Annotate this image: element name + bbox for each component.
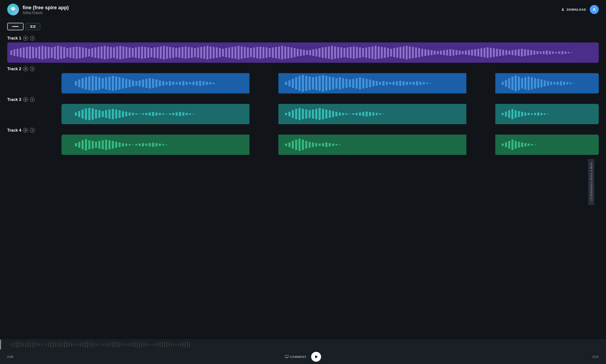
svg-rect-59 bbox=[188, 47, 189, 58]
svg-rect-357 bbox=[383, 114, 385, 114]
svg-rect-373 bbox=[75, 143, 77, 146]
track-2-solo-button[interactable]: S bbox=[30, 66, 35, 71]
play-button[interactable] bbox=[311, 352, 321, 362]
svg-rect-217 bbox=[189, 82, 191, 84]
svg-rect-229 bbox=[298, 76, 300, 91]
svg-rect-65 bbox=[206, 46, 208, 59]
svg-rect-254 bbox=[383, 81, 385, 86]
svg-marker-510 bbox=[315, 355, 318, 358]
svg-rect-397 bbox=[155, 143, 158, 146]
track-3-waveform-seg3[interactable] bbox=[495, 104, 599, 124]
svg-rect-285 bbox=[553, 82, 556, 84]
svg-rect-289 bbox=[566, 82, 568, 84]
svg-rect-485 bbox=[137, 341, 138, 348]
svg-rect-484 bbox=[135, 342, 135, 347]
svg-rect-162 bbox=[508, 51, 510, 55]
svg-rect-165 bbox=[518, 49, 520, 56]
track-2-waveform-seg3[interactable] bbox=[495, 73, 599, 93]
svg-rect-250 bbox=[369, 79, 371, 87]
progress-area[interactable] bbox=[0, 340, 606, 350]
artist-name[interactable]: Arthur Francis bbox=[23, 11, 557, 14]
svg-rect-444 bbox=[44, 344, 44, 345]
svg-rect-103 bbox=[325, 47, 326, 58]
svg-rect-394 bbox=[145, 143, 147, 146]
svg-rect-241 bbox=[339, 77, 341, 90]
track-1-solo-button[interactable]: S bbox=[30, 36, 35, 41]
svg-rect-277 bbox=[528, 77, 530, 90]
svg-rect-312 bbox=[142, 113, 144, 115]
track-2-mute-button[interactable]: M bbox=[23, 66, 28, 71]
svg-rect-60 bbox=[191, 47, 193, 58]
svg-rect-467 bbox=[96, 343, 97, 346]
svg-rect-177 bbox=[555, 52, 557, 53]
svg-rect-265 bbox=[419, 82, 421, 85]
svg-rect-156 bbox=[490, 48, 492, 57]
svg-rect-43 bbox=[138, 47, 140, 58]
track-3-waveform-seg1[interactable] bbox=[61, 104, 249, 124]
track-3-mute-button[interactable]: M bbox=[23, 97, 28, 102]
feedback-tab[interactable]: HOW'S YOUR EXPERIENCE? bbox=[588, 159, 594, 205]
svg-rect-463 bbox=[87, 341, 88, 348]
svg-rect-206 bbox=[152, 79, 154, 88]
svg-rect-509 bbox=[285, 355, 288, 357]
svg-rect-94 bbox=[297, 49, 298, 56]
svg-rect-342 bbox=[332, 111, 334, 117]
svg-rect-220 bbox=[199, 81, 201, 86]
svg-rect-154 bbox=[484, 48, 485, 57]
svg-rect-351 bbox=[363, 112, 364, 116]
track-1-mute-button[interactable]: M bbox=[23, 36, 28, 41]
svg-rect-34 bbox=[110, 47, 112, 58]
svg-rect-416 bbox=[336, 144, 337, 145]
svg-rect-328 bbox=[285, 113, 287, 115]
svg-rect-387 bbox=[122, 143, 124, 146]
svg-rect-202 bbox=[139, 80, 141, 86]
user-avatar[interactable]: A bbox=[590, 5, 599, 14]
svg-rect-419 bbox=[505, 142, 507, 147]
track-3-waveform-seg2[interactable] bbox=[278, 104, 466, 124]
track-4-waveform-seg2[interactable] bbox=[278, 135, 466, 155]
track-4-waveform-seg3[interactable] bbox=[495, 135, 599, 155]
comment-button[interactable]: COMMENT bbox=[285, 355, 307, 359]
svg-rect-102 bbox=[322, 47, 323, 58]
multi-line-view-button[interactable] bbox=[25, 23, 40, 30]
svg-rect-234 bbox=[315, 77, 317, 90]
track-4-waveform-seg1[interactable] bbox=[61, 135, 249, 155]
svg-rect-4 bbox=[16, 49, 18, 56]
svg-rect-317 bbox=[159, 113, 161, 115]
svg-rect-364 bbox=[521, 112, 523, 116]
svg-rect-479 bbox=[123, 343, 124, 346]
svg-rect-268 bbox=[430, 83, 431, 84]
svg-rect-76 bbox=[241, 47, 242, 59]
svg-rect-140 bbox=[440, 51, 442, 55]
svg-rect-476 bbox=[116, 342, 117, 347]
svg-rect-327 bbox=[192, 114, 195, 114]
svg-rect-347 bbox=[349, 114, 351, 114]
single-line-view-button[interactable] bbox=[7, 23, 24, 30]
svg-rect-157 bbox=[493, 48, 495, 57]
track-2-waveform-seg1[interactable] bbox=[61, 73, 249, 93]
track-4-solo-button[interactable]: S bbox=[30, 128, 35, 133]
svg-rect-283 bbox=[547, 81, 549, 86]
svg-rect-79 bbox=[250, 48, 252, 57]
svg-rect-300 bbox=[102, 111, 104, 117]
svg-rect-98 bbox=[309, 50, 311, 55]
track-2-waveform-seg2[interactable] bbox=[278, 73, 466, 93]
svg-rect-106 bbox=[334, 47, 336, 59]
svg-rect-295 bbox=[85, 108, 87, 120]
svg-rect-308 bbox=[129, 112, 131, 116]
track-4-mute-button[interactable]: M bbox=[23, 128, 28, 133]
track-3-solo-button[interactable]: S bbox=[30, 97, 35, 102]
svg-rect-63 bbox=[200, 47, 202, 58]
svg-rect-477 bbox=[119, 342, 120, 347]
svg-rect-309 bbox=[132, 113, 134, 115]
svg-rect-88 bbox=[278, 47, 280, 59]
track-1-waveform[interactable] bbox=[7, 42, 599, 63]
svg-rect-439 bbox=[32, 342, 33, 347]
track-1-waveform-svg bbox=[7, 42, 599, 63]
svg-rect-13 bbox=[44, 47, 46, 59]
track-section-2: Track 2 M S bbox=[7, 65, 599, 93]
svg-rect-2 bbox=[10, 50, 12, 55]
download-button[interactable]: DOWNLOAD bbox=[561, 7, 586, 12]
svg-rect-249 bbox=[366, 79, 368, 88]
svg-rect-276 bbox=[525, 77, 526, 90]
